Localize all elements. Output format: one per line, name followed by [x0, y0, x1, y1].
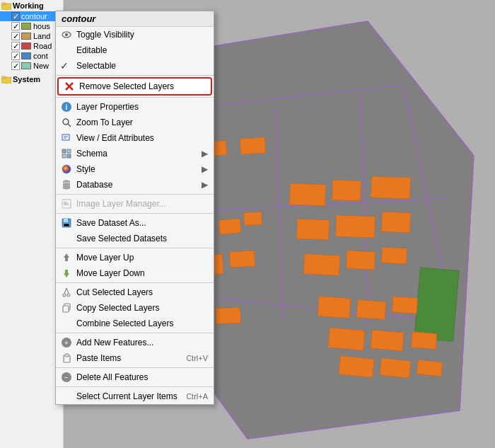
layer-house[interactable]: ✓ hous [0, 21, 63, 31]
save-icon [60, 217, 73, 229]
svg-rect-38 [411, 332, 437, 350]
combine-icon [60, 318, 73, 329]
layer-label-conto2: cont [33, 52, 48, 60]
svg-rect-54 [67, 154, 71, 158]
up-icon [60, 252, 73, 263]
menu-copy-selected-layers[interactable]: Copy Selected Layers [56, 300, 214, 316]
menu-save-selected-datasets[interactable]: Save Selected Datasets [56, 231, 214, 246]
svg-rect-53 [62, 154, 66, 158]
menu-cut-selected-layers[interactable]: Cut Selected Layers [56, 285, 214, 300]
layer-label-house: hous [33, 22, 50, 30]
select-icon [60, 391, 73, 402]
menu-combine-selected-layers[interactable]: Combine Selected Layers [56, 316, 214, 331]
paste-shortcut: Ctrl+V [186, 354, 208, 362]
working-group-label: Working [13, 1, 44, 10]
svg-rect-39 [339, 356, 374, 378]
layer-contour[interactable]: ✓ contour [0, 11, 63, 21]
svg-point-46 [63, 119, 69, 125]
delete-all-features-label: Delete All Features [76, 372, 148, 382]
svg-rect-3 [1, 76, 6, 79]
paste-icon [60, 352, 73, 364]
svg-rect-36 [328, 328, 365, 350]
layer-checkbox-contour[interactable]: ✓ [11, 12, 20, 21]
menu-delete-all-features[interactable]: − Delete All Features [56, 369, 214, 385]
svg-point-43 [65, 33, 68, 36]
menu-select-current-layer-items[interactable]: Select Current Layer Items Ctrl+A [56, 389, 214, 404]
select-current-layer-items-label: Select Current Layer Items [76, 391, 177, 401]
layer-label-road: Road [33, 42, 52, 50]
selectable-label: Selectable [76, 61, 116, 71]
layer-checkbox-land[interactable]: ✓ [11, 32, 20, 40]
menu-editable[interactable]: Editable [56, 42, 214, 58]
layer-tree-panel: Working ✓ contour ✓ hous ✓ Land ✓ Road ✓… [0, 0, 64, 448]
layer-checkbox-road[interactable]: ✓ [11, 42, 20, 50]
separator-1 [56, 75, 214, 76]
cut-icon [60, 287, 73, 298]
svg-line-74 [66, 288, 69, 294]
svg-point-71 [63, 294, 66, 297]
menu-schema[interactable]: Schema ▶ [56, 146, 214, 161]
style-icon [60, 163, 73, 175]
svg-rect-32 [216, 307, 241, 323]
separator-2 [56, 97, 214, 98]
menu-save-dataset-as[interactable]: Save Dataset As... [56, 215, 214, 231]
svg-rect-25 [346, 251, 375, 270]
context-menu: contour Toggle Visibility Editable ✓ Sel… [55, 11, 214, 405]
menu-move-layer-up[interactable]: Move Layer Up [56, 250, 214, 265]
menu-view-edit-attributes[interactable]: View / Edit Attributes [56, 130, 214, 146]
layer-label-new: New [33, 62, 49, 70]
svg-marker-67 [64, 253, 69, 258]
svg-rect-27 [414, 268, 460, 341]
context-menu-title: contour [56, 11, 214, 27]
layer-checkbox-house[interactable]: ✓ [11, 22, 20, 30]
menu-database[interactable]: Database ▶ [56, 177, 214, 193]
add-new-features-label: Add New Features... [76, 338, 153, 348]
svg-line-73 [64, 288, 66, 294]
menu-zoom-to-layer[interactable]: Zoom To Layer [56, 115, 214, 130]
layer-color-house [21, 23, 31, 30]
zoom-icon [60, 117, 73, 128]
system-group[interactable]: System [0, 74, 63, 85]
svg-rect-51 [62, 149, 66, 153]
delete-icon: − [60, 372, 73, 383]
svg-rect-52 [67, 149, 71, 153]
save-selected-icon [60, 233, 73, 244]
layer-label-land: Land [33, 32, 50, 40]
add-icon: + [60, 337, 73, 348]
svg-point-72 [67, 294, 70, 297]
layer-land[interactable]: ✓ Land [0, 31, 63, 41]
menu-paste-items[interactable]: Paste Items Ctrl+V [56, 350, 214, 366]
layer-new[interactable]: ✓ New [0, 61, 63, 71]
separator-6 [56, 282, 214, 283]
working-group[interactable]: Working [0, 0, 63, 11]
save-selected-datasets-label: Save Selected Datasets [76, 234, 167, 243]
down-icon [60, 268, 73, 279]
menu-style[interactable]: Style ▶ [56, 161, 214, 177]
svg-rect-22 [335, 215, 375, 238]
menu-move-layer-down[interactable]: Move Layer Down [56, 265, 214, 281]
toggle-visibility-label: Toggle Visibility [76, 30, 134, 40]
svg-rect-65 [64, 219, 68, 222]
img-layer-icon [60, 198, 73, 209]
svg-rect-23 [382, 212, 411, 232]
layer-road[interactable]: ✓ Road [0, 41, 63, 51]
menu-toggle-visibility[interactable]: Toggle Visibility [56, 27, 214, 42]
svg-rect-1 [1, 3, 6, 5]
separator-9 [56, 386, 214, 387]
selectable-check: ✓ [60, 60, 73, 71]
database-arrow: ▶ [202, 180, 208, 190]
menu-selectable[interactable]: ✓ Selectable [56, 58, 214, 74]
view-edit-attributes-label: View / Edit Attributes [76, 133, 154, 143]
layer-checkbox-conto2[interactable]: ✓ [11, 52, 20, 60]
menu-add-new-features[interactable]: + Add New Features... [56, 335, 214, 350]
layer-checkbox-new[interactable]: ✓ [11, 62, 20, 70]
menu-image-layer-manager[interactable]: Image Layer Manager... [56, 196, 214, 212]
layer-conto2[interactable]: ✓ cont [0, 51, 63, 61]
menu-layer-properties[interactable]: i Layer Properties [56, 99, 214, 115]
svg-rect-30 [240, 137, 265, 154]
menu-remove-selected-layers[interactable]: Remove Selected Layers [57, 77, 212, 96]
svg-rect-69 [65, 270, 68, 273]
svg-marker-70 [64, 273, 69, 277]
select-shortcut: Ctrl+A [186, 392, 208, 401]
schema-arrow: ▶ [202, 149, 208, 159]
